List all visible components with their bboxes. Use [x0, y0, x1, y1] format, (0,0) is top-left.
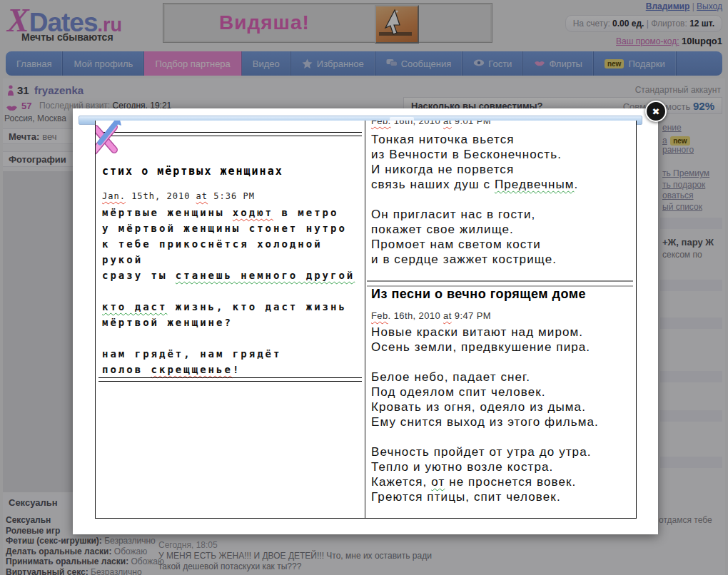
- poem-line: мёртвой женщине?: [102, 315, 355, 330]
- close-glyph: ✖: [652, 106, 660, 117]
- poem-text: Тонкая ниточка вьетсяиз Вечности в Беско…: [371, 132, 578, 267]
- close-icon[interactable]: ✖: [645, 101, 667, 122]
- poem-line: к тебе прикоснётся холодной: [102, 236, 355, 252]
- poem-line: рукой: [102, 252, 355, 268]
- poem-line: из Вечности в Бесконечность.: [371, 147, 578, 162]
- poem-line: сразу ты станешь немного другой: [102, 268, 355, 283]
- post-title: Из песни о вечно горящем доме: [371, 287, 586, 302]
- poem-line: [102, 330, 355, 346]
- poem-line: связь наших душ с Предвечным.: [371, 177, 578, 192]
- post-separator: [367, 280, 633, 287]
- poem-line: у мёртвой женщины стонет нутро: [102, 220, 355, 236]
- poem-line: Вечность пройдет от утра до утра.: [371, 444, 599, 459]
- poem-line: Промоет нам светом кости: [371, 237, 578, 252]
- poem-line: Кажется, от не проснется вовек.: [371, 474, 599, 489]
- poem-line: Feb. 16th, 2010 at 9:47 PM: [371, 310, 491, 321]
- poem-text: мёртвые женщины ходют в метроу мёртвой ж…: [102, 205, 355, 377]
- poem-line: [371, 355, 599, 370]
- poem-line: полов скрещщенье!: [102, 362, 355, 377]
- post-date: Feb. 16th, 2010 at 9:01 PM: [371, 121, 491, 126]
- poem-text: Новые краски витают над миром.Осень земл…: [371, 325, 599, 504]
- poem-line: Кровать из огня, одеяло из дыма.: [371, 400, 599, 414]
- poem-line: Осень земли, предвкушение пира.: [371, 340, 599, 355]
- poem-line: [371, 429, 599, 444]
- poem-line: Feb. 16th, 2010 at 9:01 PM: [371, 121, 491, 126]
- journal-screenshot: стих о мёртвых женщинах Jan. 15th, 2010 …: [95, 121, 637, 519]
- poem-line: Новые краски витают над миром.: [371, 325, 599, 340]
- poem-line: [102, 283, 355, 299]
- poem-line: кто даст жизнь, кто даст жизнь: [102, 299, 355, 315]
- poem-line: Греются птицы, спит человек.: [371, 489, 599, 504]
- poem-line: Ему снится выход из этого фильма.: [371, 414, 599, 429]
- poem-line: Он пригласит нас в гости,: [371, 207, 578, 222]
- journal-left-column: стих о мёртвых женщинах Jan. 15th, 2010 …: [96, 121, 365, 518]
- poem-line: нам грядёт, нам грядёт: [102, 346, 355, 362]
- double-rule: [98, 377, 362, 382]
- poem-line: Тонкая ниточка вьется: [371, 132, 578, 147]
- journal-right-column: Feb. 16th, 2010 at 9:01 PM Тонкая ниточк…: [365, 121, 636, 518]
- post-date: Feb. 16th, 2010 at 9:47 PM: [371, 310, 491, 321]
- poem-line: Jan. 15th, 2010 at 5:36 PM: [102, 191, 255, 201]
- poem-line: Тепло и уютно возле костра.: [371, 459, 599, 474]
- post-date: Jan. 15th, 2010 at 5:36 PM: [102, 191, 255, 201]
- poem-line: И никогда не порвется: [371, 162, 578, 177]
- post-title: стих о мёртвых женщинах: [102, 165, 283, 178]
- xdates-logo-icon: [95, 121, 126, 158]
- poem-line: покажет свое жилище.: [371, 222, 578, 237]
- poem-line: Белое небо, падает снег.: [371, 370, 599, 385]
- page: XDates.ru Мечты сбываются Видяша! Владим…: [0, 0, 728, 575]
- double-rule: [98, 132, 362, 136]
- poem-line: [371, 192, 578, 207]
- poem-line: мёртвые женщины ходют в метро: [102, 205, 355, 220]
- poem-line: Под одеялом спит человек.: [371, 385, 599, 400]
- photo-viewer-modal: стих о мёртвых женщинах Jan. 15th, 2010 …: [73, 108, 658, 534]
- poem-line: и в сердце зажжет кострище.: [371, 252, 578, 267]
